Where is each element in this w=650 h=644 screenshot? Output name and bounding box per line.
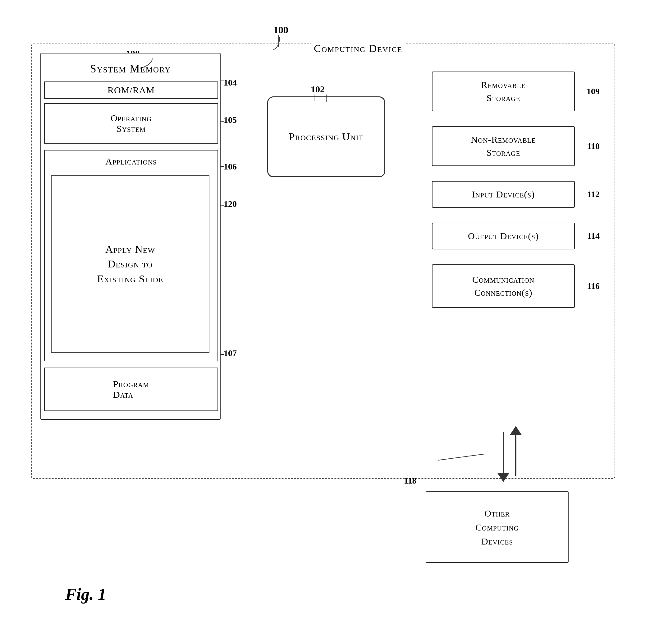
label-114: 114 bbox=[587, 231, 600, 241]
label-110: 110 bbox=[587, 141, 600, 151]
communication-box: CommunicationConnection(s) bbox=[432, 264, 575, 308]
diagram: Computing Device 100 108 System Memory R… bbox=[19, 19, 631, 609]
program-data-box: ProgramData bbox=[44, 368, 218, 411]
input-devices-label: Input Device(s) bbox=[472, 188, 535, 201]
applications-title: Applications bbox=[45, 150, 217, 170]
non-removable-storage-wrapper: Non-RemovableStorage 110 bbox=[432, 126, 575, 166]
output-devices-wrapper: Output Device(s) 114 bbox=[432, 223, 575, 249]
system-memory-box: System Memory ROM/RAM Operating System A… bbox=[40, 53, 221, 420]
apply-design-label: Apply NewDesign toExisting Slide bbox=[97, 242, 164, 286]
label-116: 116 bbox=[587, 281, 600, 291]
removable-storage-box: RemovableStorage bbox=[432, 71, 575, 111]
input-devices-box: Input Device(s) bbox=[432, 181, 575, 208]
arrow-100 bbox=[278, 35, 279, 47]
label-120: 120 bbox=[224, 199, 237, 209]
removable-storage-label: RemovableStorage bbox=[481, 78, 526, 104]
applications-box: Applications Apply NewDesign toExisting … bbox=[44, 150, 218, 361]
label-105: 105 bbox=[224, 115, 237, 125]
os-label: Operating System bbox=[111, 113, 152, 134]
label-104: 104 bbox=[224, 78, 237, 88]
label-112: 112 bbox=[587, 190, 600, 199]
other-computing-label: OtherComputingDevices bbox=[475, 506, 519, 548]
communication-wrapper: CommunicationConnection(s) 116 bbox=[432, 264, 575, 308]
input-devices-wrapper: Input Device(s) 112 bbox=[432, 181, 575, 208]
output-devices-label: Output Device(s) bbox=[468, 230, 539, 242]
os-box: Operating System bbox=[44, 103, 218, 144]
rom-ram-bar: ROM/RAM bbox=[44, 81, 218, 99]
program-data-label: ProgramData bbox=[113, 379, 149, 400]
non-removable-storage-box: Non-RemovableStorage bbox=[432, 126, 575, 166]
processing-unit-box: Processing Unit bbox=[267, 96, 385, 177]
label-106: 106 bbox=[224, 162, 237, 172]
right-side-boxes: RemovableStorage 109 Non-RemovableStorag… bbox=[432, 71, 575, 323]
label-102: 102 bbox=[311, 84, 325, 95]
label-107: 107 bbox=[224, 348, 237, 358]
computing-device-label: Computing Device bbox=[311, 43, 405, 55]
non-removable-storage-label: Non-RemovableStorage bbox=[471, 133, 536, 159]
label-109: 109 bbox=[587, 87, 600, 96]
communication-label: CommunicationConnection(s) bbox=[472, 273, 534, 299]
output-devices-box: Output Device(s) bbox=[432, 223, 575, 249]
fig-caption: Fig. 1 bbox=[65, 585, 106, 604]
label-118: 118 bbox=[404, 476, 417, 486]
apply-design-box: Apply NewDesign toExisting Slide bbox=[51, 175, 209, 352]
processing-unit-label: Processing Unit bbox=[289, 129, 364, 144]
other-computing-box: OtherComputingDevices bbox=[426, 491, 569, 563]
system-memory-title: System Memory bbox=[41, 62, 220, 75]
removable-storage-wrapper: RemovableStorage 109 bbox=[432, 71, 575, 111]
label-100: 100 bbox=[274, 24, 288, 36]
